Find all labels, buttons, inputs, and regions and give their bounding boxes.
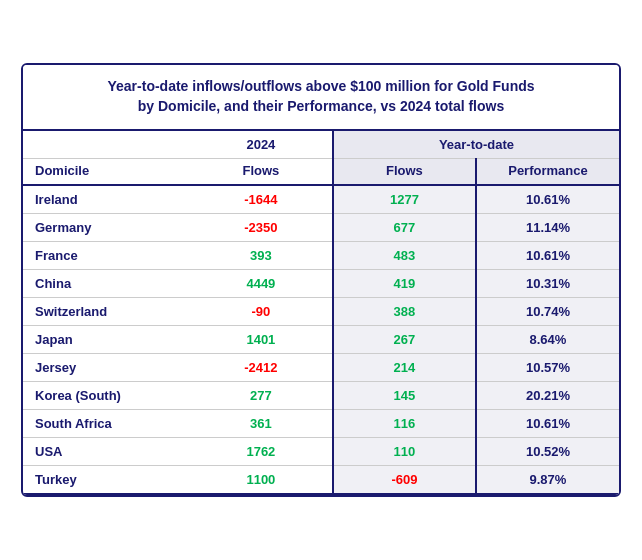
table-title: Year-to-date inflows/outflows above $100… [23,65,619,130]
cell-ytd-perf: 10.74% [476,297,619,325]
col-header-2024-group: 2024 [190,131,333,159]
cell-domicile: France [23,241,190,269]
table-row: China444941910.31% [23,269,619,297]
cell-ytd-flows: 419 [333,269,476,297]
cell-flows2024: -2350 [190,213,333,241]
table-row: Korea (South)27714520.21% [23,381,619,409]
cell-ytd-perf: 10.57% [476,353,619,381]
data-table: 2024 Year-to-date Domicile Flows Flows P… [23,131,619,495]
table-row: France39348310.61% [23,241,619,269]
cell-domicile: Germany [23,213,190,241]
table-container: Year-to-date inflows/outflows above $100… [21,63,621,496]
cell-flows2024: -2412 [190,353,333,381]
cell-ytd-flows: 116 [333,409,476,437]
cell-ytd-flows: 214 [333,353,476,381]
cell-flows2024: 1100 [190,465,333,494]
cell-flows2024: 361 [190,409,333,437]
cell-flows2024: 4449 [190,269,333,297]
cell-domicile: Turkey [23,465,190,494]
cell-domicile: China [23,269,190,297]
col-header-ytd-group: Year-to-date [333,131,619,159]
col-header-domicile-empty [23,131,190,159]
cell-ytd-perf: 10.61% [476,409,619,437]
cell-ytd-perf: 20.21% [476,381,619,409]
col-header-domicile: Domicile [23,158,190,185]
table-row: South Africa36111610.61% [23,409,619,437]
cell-ytd-flows: 677 [333,213,476,241]
cell-ytd-flows: -609 [333,465,476,494]
cell-domicile: USA [23,437,190,465]
cell-domicile: Japan [23,325,190,353]
col-header-ytd-perf: Performance [476,158,619,185]
cell-ytd-flows: 145 [333,381,476,409]
col-header-ytd-flows: Flows [333,158,476,185]
cell-domicile: Switzerland [23,297,190,325]
cell-flows2024: 1762 [190,437,333,465]
cell-domicile: Jersey [23,353,190,381]
cell-ytd-flows: 110 [333,437,476,465]
table-row: Germany-235067711.14% [23,213,619,241]
cell-ytd-flows: 388 [333,297,476,325]
cell-flows2024: -90 [190,297,333,325]
cell-domicile: South Africa [23,409,190,437]
cell-ytd-perf: 8.64% [476,325,619,353]
cell-flows2024: -1644 [190,185,333,214]
table-row: Switzerland-9038810.74% [23,297,619,325]
cell-flows2024: 393 [190,241,333,269]
cell-ytd-perf: 11.14% [476,213,619,241]
cell-domicile: Korea (South) [23,381,190,409]
cell-ytd-flows: 1277 [333,185,476,214]
cell-ytd-flows: 267 [333,325,476,353]
cell-domicile: Ireland [23,185,190,214]
table-row: Japan14012678.64% [23,325,619,353]
cell-ytd-perf: 10.61% [476,185,619,214]
cell-ytd-flows: 483 [333,241,476,269]
cell-ytd-perf: 9.87% [476,465,619,494]
table-row: Ireland-1644127710.61% [23,185,619,214]
table-row: Turkey1100-6099.87% [23,465,619,494]
cell-flows2024: 277 [190,381,333,409]
cell-ytd-perf: 10.52% [476,437,619,465]
table-row: USA176211010.52% [23,437,619,465]
cell-ytd-perf: 10.61% [476,241,619,269]
table-row: Jersey-241221410.57% [23,353,619,381]
cell-ytd-perf: 10.31% [476,269,619,297]
cell-flows2024: 1401 [190,325,333,353]
col-header-flows2024: Flows [190,158,333,185]
